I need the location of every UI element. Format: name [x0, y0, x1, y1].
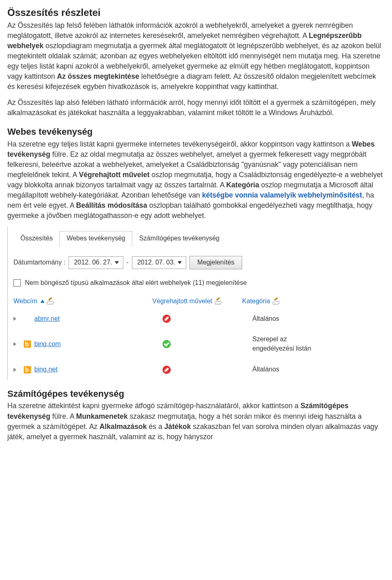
- text-bold-change-setting: Beállítás módosítása: [76, 201, 147, 209]
- date-range-separator: -: [127, 258, 129, 267]
- tab-web-activity[interactable]: Webes tevékenység: [60, 231, 132, 247]
- text-bold-action-col: Végrehajtott művelet: [79, 171, 149, 179]
- text-bold-sessions: Munkamenetek: [76, 412, 127, 420]
- category-cell: Szerepel az engedélyezési listán: [252, 335, 322, 353]
- category-cell: Általános: [252, 314, 322, 324]
- disclosure-triangle-icon[interactable]: [13, 368, 16, 372]
- checkbox-icon[interactable]: [13, 279, 21, 287]
- text-bold-view-all: Az összes megtekintése: [57, 72, 139, 80]
- allowed-status-icon: [163, 340, 171, 348]
- text: Az Összesítés lap felső felében láthatók…: [7, 21, 353, 40]
- heading-web-activity: Webes tevékenység: [7, 125, 385, 138]
- paragraph-web-activity: Ha szeretne egy teljes listát kapni gyer…: [7, 139, 385, 221]
- column-url-label: Webcím: [13, 297, 37, 306]
- table-row: bing.com Szerepel az engedélyezési listá…: [13, 329, 322, 359]
- chevron-down-icon: [178, 261, 182, 264]
- date-range-row: Dátumtartomány : 2012. 06. 27. - 2012. 0…: [13, 256, 322, 269]
- text: fülre. A: [50, 412, 76, 420]
- activity-panel: Összesítés Webes tevékenység Számítógépe…: [7, 227, 322, 380]
- text: és a: [147, 422, 164, 431]
- edit-pencil-icon[interactable]: [47, 298, 54, 304]
- disclosure-triangle-icon[interactable]: [13, 342, 16, 346]
- text: Ha szeretne áttekintést kapni gyermeke á…: [7, 402, 301, 410]
- blocked-status-icon: [163, 366, 171, 374]
- date-from-dropdown[interactable]: 2012. 06. 27.: [69, 256, 123, 269]
- paragraph-computer-activity: Ha szeretne áttekintést kapni gyermeke á…: [7, 401, 385, 442]
- table-row: abmr.net Általános: [13, 309, 322, 329]
- paragraph-summary-1: Az Összesítés lap felső felében láthatók…: [7, 20, 385, 92]
- show-button[interactable]: Megjelenítés: [189, 256, 242, 269]
- table-row: bing.net Általános: [13, 359, 322, 380]
- column-category-label: Kategória: [242, 297, 270, 306]
- disclosure-triangle-icon[interactable]: [13, 317, 16, 321]
- site-link[interactable]: abmr.net: [34, 314, 60, 324]
- text-bold-apps: Alkalmazások: [100, 422, 147, 431]
- site-link[interactable]: bing.net: [34, 365, 58, 374]
- table-header: Webcím Végrehajtott művelet Kategória: [13, 297, 322, 306]
- date-from-value: 2012. 06. 27.: [74, 258, 112, 267]
- date-to-value: 2012. 07. 03.: [137, 258, 175, 267]
- blocked-status-icon: [163, 315, 171, 323]
- column-action-label: Végrehajtott művelet: [152, 297, 212, 306]
- date-range-label: Dátumtartomány :: [13, 258, 65, 267]
- checkbox-label: Nem böngésző típusú alkalmazások által e…: [25, 278, 247, 288]
- text: Ha szeretne egy teljes listát kapni gyer…: [7, 140, 352, 148]
- non-browser-checkbox-row[interactable]: Nem böngésző típusú alkalmazások által e…: [13, 278, 322, 288]
- text-bold-games: Játékok: [164, 422, 191, 431]
- edit-pencil-icon[interactable]: [215, 298, 222, 304]
- column-header-url[interactable]: Webcím: [13, 297, 152, 306]
- tab-bar: Összesítés Webes tevékenység Számítógépe…: [13, 231, 322, 247]
- text-bold-category-col: Kategória: [226, 181, 259, 189]
- tab-computer-activity[interactable]: Számítógépes tevékenység: [132, 231, 227, 247]
- favicon-blank-icon: [24, 315, 31, 322]
- edit-pencil-icon[interactable]: [273, 298, 280, 304]
- chevron-down-icon: [115, 261, 119, 264]
- favicon-bing-icon: [24, 366, 31, 373]
- column-header-action[interactable]: Végrehajtott művelet: [152, 297, 242, 306]
- site-link[interactable]: bing.com: [34, 340, 61, 349]
- date-to-dropdown[interactable]: 2012. 07. 03.: [132, 256, 186, 269]
- favicon-bing-icon: [24, 340, 31, 348]
- column-header-category[interactable]: Kategória: [242, 297, 305, 306]
- heading-summary-details: Összesítés részletei: [7, 6, 385, 20]
- heading-computer-activity: Számítógépes tevékenység: [7, 387, 385, 400]
- category-cell: Általános: [252, 365, 322, 374]
- sort-asc-icon: [40, 300, 45, 303]
- tab-summary[interactable]: Összesítés: [13, 231, 60, 247]
- link-dispute-rating[interactable]: kétségbe vonnia valamelyik webhelyminősí…: [202, 191, 362, 199]
- paragraph-summary-2: Az Összesítés lap alsó felében látható i…: [7, 98, 385, 118]
